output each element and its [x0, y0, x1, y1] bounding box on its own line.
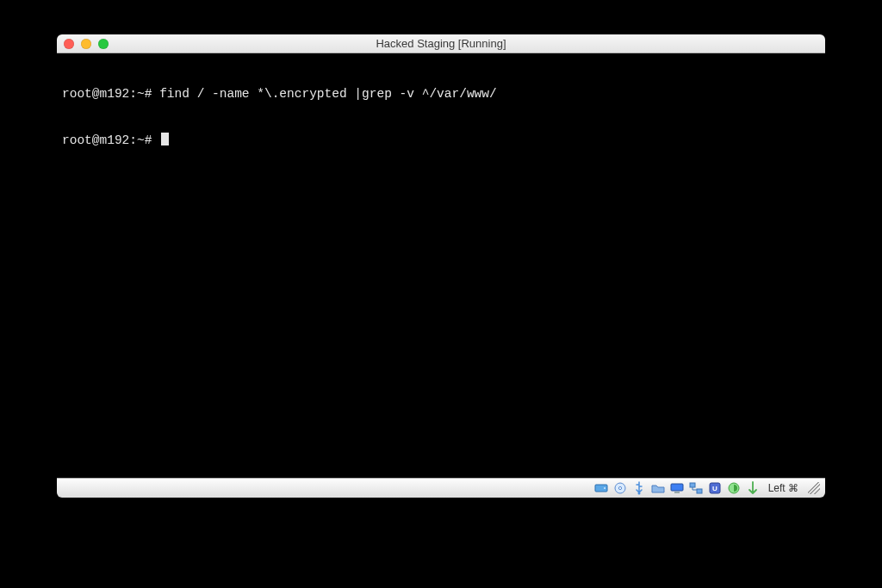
- terminal-line: root@m192:~# find / -name *\.encrypted |…: [62, 86, 820, 102]
- shell-command: find / -name *\.encrypted |grep -v ^/var…: [159, 87, 497, 101]
- svg-rect-5: [671, 484, 683, 491]
- window-titlebar[interactable]: Hacked Staging [Running]: [57, 34, 825, 53]
- terminal-console[interactable]: root@m192:~# find / -name *\.encrypted |…: [57, 53, 825, 478]
- host-key-indicator[interactable]: Left ⌘: [765, 482, 800, 494]
- minimize-button[interactable]: [81, 39, 91, 49]
- network-icon[interactable]: [689, 481, 704, 496]
- mouse-integration-icon[interactable]: [746, 481, 761, 496]
- resize-grip-icon[interactable]: [808, 482, 820, 494]
- zoom-button[interactable]: [98, 39, 109, 49]
- cursor-block: [161, 133, 169, 145]
- display-icon[interactable]: [670, 481, 685, 496]
- vm-window: Hacked Staging [Running] root@m192:~# fi…: [57, 34, 825, 498]
- svg-rect-7: [690, 483, 695, 487]
- shell-prompt: root@m192:~#: [62, 133, 152, 147]
- terminal-line: root@m192:~#: [62, 133, 820, 148]
- optical-disc-icon[interactable]: [613, 481, 628, 496]
- usb-icon[interactable]: [632, 481, 647, 496]
- hard-disk-icon[interactable]: [594, 481, 609, 496]
- shared-folder-icon[interactable]: [651, 481, 666, 496]
- traffic-lights: [57, 39, 109, 49]
- svg-point-1: [604, 487, 606, 489]
- window-title: Hacked Staging [Running]: [57, 37, 825, 50]
- recording-icon[interactable]: U: [708, 481, 723, 496]
- svg-point-4: [638, 492, 641, 495]
- shell-prompt: root@m192:~#: [62, 87, 152, 101]
- clipboard-icon[interactable]: [727, 481, 742, 496]
- vm-statusbar: U Left ⌘: [57, 478, 825, 498]
- svg-rect-8: [697, 489, 702, 493]
- svg-point-3: [619, 486, 622, 489]
- svg-rect-6: [674, 492, 680, 493]
- svg-text:U: U: [712, 485, 717, 492]
- close-button[interactable]: [64, 39, 74, 49]
